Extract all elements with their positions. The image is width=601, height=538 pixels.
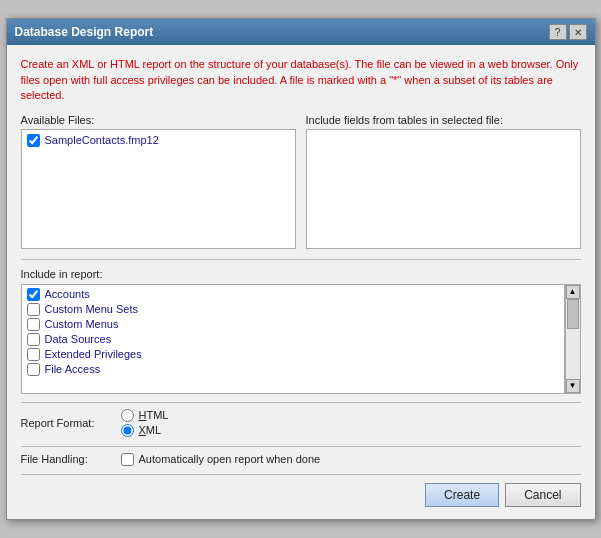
buttons-row: Create Cancel [21,474,581,507]
include-extended-privileges-label: Extended Privileges [45,348,142,360]
cancel-button[interactable]: Cancel [505,483,580,507]
include-fields-panel: Include fields from tables in selected f… [306,114,581,249]
include-item-extended-privileges[interactable]: Extended Privileges [24,347,562,362]
dialog-window: Database Design Report ? ✕ Create an XML… [6,18,596,519]
include-item-file-access[interactable]: File Access [24,362,562,377]
available-file-checkbox[interactable] [27,134,40,147]
file-handling-section: File Handling: Automatically open report… [21,446,581,472]
include-item-custom-menus[interactable]: Custom Menus [24,317,562,332]
include-fields-label: Include fields from tables in selected f… [306,114,581,126]
include-list-wrapper: Accounts Custom Menu Sets Custom Menus D… [21,284,581,394]
auto-open-checkbox[interactable] [121,453,134,466]
include-file-access-checkbox[interactable] [27,363,40,376]
divider-1 [21,259,581,260]
format-xml-label: XML [139,424,162,436]
include-file-access-label: File Access [45,363,101,375]
title-bar: Database Design Report ? ✕ [7,19,595,45]
help-button[interactable]: ? [549,24,567,40]
close-button[interactable]: ✕ [569,24,587,40]
format-xml-radio[interactable] [121,424,134,437]
include-custom-menus-checkbox[interactable] [27,318,40,331]
include-extended-privileges-checkbox[interactable] [27,348,40,361]
include-in-report-section: Include in report: Accounts Custom Menu … [21,268,581,394]
file-handling-option[interactable]: Automatically open report when done [121,453,321,466]
scroll-up-arrow[interactable]: ▲ [566,285,580,299]
report-format-section: Report Format: HTML XML [21,402,581,446]
title-bar-buttons: ? ✕ [549,24,587,40]
include-data-sources-label: Data Sources [45,333,112,345]
report-format-label: Report Format: [21,417,121,429]
file-handling-label: File Handling: [21,453,121,465]
dialog-title: Database Design Report [15,25,154,39]
include-list-box[interactable]: Accounts Custom Menu Sets Custom Menus D… [21,284,565,394]
available-files-panel: Available Files: SampleContacts.fmp12 [21,114,296,249]
scroll-thumb[interactable] [567,299,579,329]
scroll-track [566,299,580,379]
include-in-report-label: Include in report: [21,268,581,280]
create-button[interactable]: Create [425,483,499,507]
include-item-custom-menu-sets[interactable]: Custom Menu Sets [24,302,562,317]
include-custom-menus-label: Custom Menus [45,318,119,330]
include-custom-menu-sets-checkbox[interactable] [27,303,40,316]
include-accounts-label: Accounts [45,288,90,300]
format-html-row[interactable]: HTML [121,409,169,422]
format-html-label: HTML [139,409,169,421]
include-list-scrollbar[interactable]: ▲ ▼ [565,284,581,394]
files-section: Available Files: SampleContacts.fmp12 In… [21,114,581,249]
available-files-list[interactable]: SampleContacts.fmp12 [21,129,296,249]
auto-open-label: Automatically open report when done [139,453,321,465]
available-files-label: Available Files: [21,114,296,126]
available-file-name: SampleContacts.fmp12 [45,134,159,146]
format-html-radio[interactable] [121,409,134,422]
include-item-data-sources[interactable]: Data Sources [24,332,562,347]
dialog-body: Create an XML or HTML report on the stru… [7,45,595,518]
include-fields-list[interactable] [306,129,581,249]
description-text: Create an XML or HTML report on the stru… [21,57,581,103]
include-custom-menu-sets-label: Custom Menu Sets [45,303,139,315]
scroll-down-arrow[interactable]: ▼ [566,379,580,393]
include-item-accounts[interactable]: Accounts [24,287,562,302]
format-options: HTML XML [121,409,169,437]
include-accounts-checkbox[interactable] [27,288,40,301]
format-xml-row[interactable]: XML [121,424,169,437]
description-normal: Create an XML or HTML report on the stru… [21,58,355,70]
available-file-item[interactable]: SampleContacts.fmp12 [24,132,293,149]
format-row: Report Format: HTML XML [21,409,581,437]
include-data-sources-checkbox[interactable] [27,333,40,346]
